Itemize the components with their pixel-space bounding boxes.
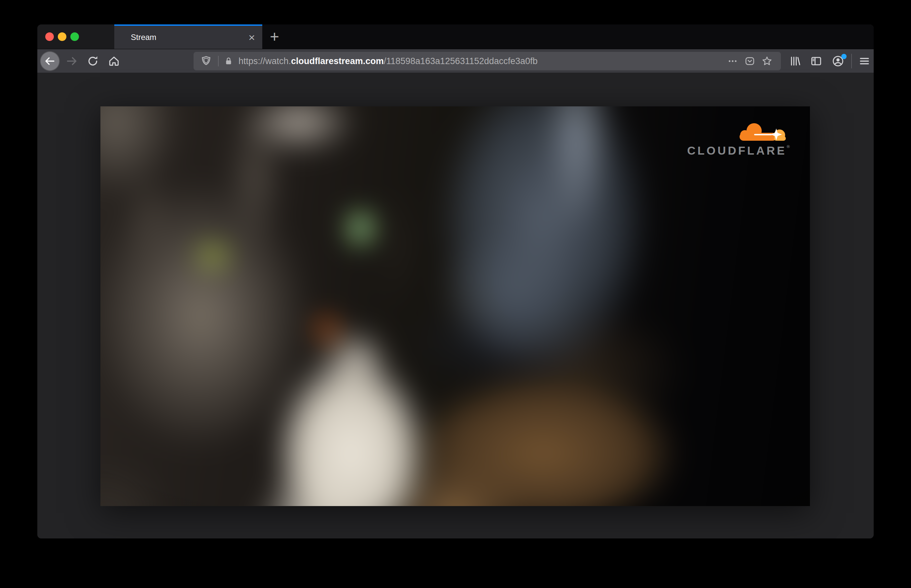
bookmark-button[interactable] (758, 53, 775, 70)
new-tab-button[interactable]: + (262, 24, 287, 49)
video-player[interactable]: CLOUDFLARE® (100, 107, 810, 506)
sidebar-button[interactable] (807, 52, 825, 70)
home-button[interactable] (105, 52, 123, 70)
minimize-window-button[interactable] (58, 32, 66, 41)
desktop-background: Stream × + (0, 0, 911, 588)
forward-icon (65, 55, 78, 67)
account-notification-dot (841, 54, 846, 59)
home-icon (108, 55, 120, 67)
tab-stream[interactable]: Stream × (114, 24, 262, 49)
page-content: CLOUDFLARE® (37, 73, 874, 538)
bookmark-star-icon (761, 55, 773, 67)
cloudflare-logo: CLOUDFLARE® (687, 121, 790, 157)
lock-icon (223, 56, 234, 66)
tab-strip-empty-space (287, 24, 874, 49)
close-window-button[interactable] (45, 32, 54, 41)
url-scheme-subdomain: https://watch. (239, 56, 291, 66)
navigation-toolbar: https://watch.cloudflarestream.com/11859… (37, 49, 874, 74)
library-button[interactable] (786, 52, 804, 70)
cloudflare-wordmark: CLOUDFLARE® (687, 144, 790, 157)
save-to-pocket-button[interactable] (741, 53, 758, 70)
trademark-symbol: ® (787, 144, 790, 149)
back-button[interactable] (40, 51, 60, 71)
menu-button[interactable] (855, 52, 874, 70)
url-domain: cloudflarestream.com (291, 56, 384, 66)
forward-button[interactable] (63, 52, 81, 70)
browser-window: Stream × + (37, 24, 874, 538)
reload-button[interactable] (84, 52, 102, 70)
back-icon (44, 55, 56, 67)
url-display[interactable]: https://watch.cloudflarestream.com/11859… (239, 56, 724, 66)
pocket-icon (744, 55, 756, 67)
page-actions-icon (727, 55, 738, 67)
zoom-window-button[interactable] (70, 32, 79, 41)
tracking-protection-button[interactable] (199, 53, 213, 70)
tab-title: Stream (131, 33, 156, 42)
toolbar-separator (851, 54, 852, 68)
window-controls (37, 24, 114, 49)
urlbar-divider (218, 56, 219, 66)
cloudflare-cloud-icon (738, 121, 789, 143)
menu-icon (858, 55, 871, 67)
account-button[interactable] (829, 52, 847, 70)
sidebar-icon (810, 55, 822, 67)
address-bar[interactable]: https://watch.cloudflarestream.com/11859… (194, 52, 781, 70)
tab-bar: Stream × + (37, 24, 874, 49)
video-vignette (100, 107, 810, 506)
tracking-shield-icon (200, 55, 212, 67)
reload-icon (87, 55, 99, 67)
page-actions-button[interactable] (724, 53, 741, 70)
url-path: /118598a163a125631152ddaccfe3a0fb (384, 56, 538, 66)
library-icon (789, 55, 801, 67)
tab-close-icon[interactable]: × (249, 32, 255, 43)
